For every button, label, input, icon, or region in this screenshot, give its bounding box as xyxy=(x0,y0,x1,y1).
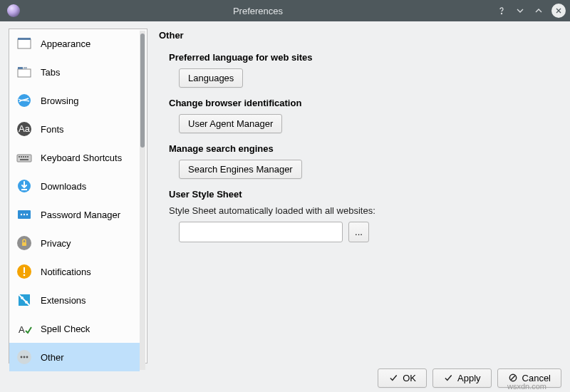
sidebar-item-label: Extensions xyxy=(41,295,86,306)
app-icon xyxy=(7,4,20,17)
sidebar-list: Appearance Tabs Browsing Aa Fonts Keyboa… xyxy=(9,29,140,371)
svg-point-30 xyxy=(21,296,24,299)
sidebar: Appearance Tabs Browsing Aa Fonts Keyboa… xyxy=(9,29,147,363)
minimize-button[interactable] xyxy=(513,4,527,18)
svg-rect-5 xyxy=(18,69,31,77)
globe-icon xyxy=(15,91,33,110)
svg-point-21 xyxy=(21,214,22,215)
svg-line-38 xyxy=(511,376,515,380)
svg-rect-15 xyxy=(25,156,26,158)
svg-point-23 xyxy=(26,214,28,215)
sidebar-item-label: Password Manager xyxy=(41,210,120,220)
ok-button[interactable]: OK xyxy=(378,368,427,388)
check-icon xyxy=(388,373,398,383)
search-engines-manager-button[interactable]: Search Engines Manager xyxy=(179,160,302,179)
stylesheet-subtext: Style Sheet automatically loaded with al… xyxy=(169,205,553,216)
svg-rect-14 xyxy=(23,156,24,158)
svg-point-28 xyxy=(24,274,26,277)
svg-rect-17 xyxy=(20,159,28,160)
page-title: Other xyxy=(159,30,553,41)
title-bar: Preferences xyxy=(0,0,570,21)
svg-point-31 xyxy=(25,301,28,304)
svg-rect-11 xyxy=(17,155,31,162)
sidebar-item-label: Appearance xyxy=(41,38,90,49)
svg-text:A: A xyxy=(19,324,25,335)
sidebar-item-label: Spell Check xyxy=(41,324,90,334)
notification-icon xyxy=(15,262,33,281)
sidebar-item-label: Notifications xyxy=(41,267,91,277)
sidebar-item-fonts[interactable]: Aa Fonts xyxy=(9,115,140,143)
download-icon xyxy=(15,177,33,195)
stylesheet-path-input[interactable] xyxy=(179,222,343,242)
scrollbar-thumb[interactable] xyxy=(140,33,145,148)
sidebar-scrollbar[interactable] xyxy=(140,31,145,370)
svg-point-35 xyxy=(24,356,26,359)
svg-rect-7 xyxy=(24,67,27,69)
sidebar-item-label: Other xyxy=(41,352,64,363)
svg-rect-4 xyxy=(18,38,31,40)
sidebar-item-spell-check[interactable]: A Spell Check xyxy=(9,314,140,343)
svg-rect-16 xyxy=(27,156,28,158)
sidebar-item-label: Tabs xyxy=(41,67,60,78)
user-agent-manager-button[interactable]: User Agent Manager xyxy=(179,114,282,133)
sidebar-item-label: Browsing xyxy=(41,96,78,106)
check-icon xyxy=(443,373,453,383)
close-button[interactable] xyxy=(551,4,566,18)
main-panel: Other Preferred language for web sites L… xyxy=(147,29,561,363)
window-title: Preferences xyxy=(26,6,490,16)
cancel-icon xyxy=(508,373,518,383)
svg-rect-3 xyxy=(18,39,31,48)
svg-point-34 xyxy=(21,356,23,359)
sidebar-item-privacy[interactable]: Privacy xyxy=(9,229,140,257)
sidebar-item-keyboard-shortcuts[interactable]: Keyboard Shortcuts xyxy=(9,143,140,172)
privacy-icon xyxy=(15,234,33,252)
sidebar-item-appearance[interactable]: Appearance xyxy=(9,29,140,58)
extensions-icon xyxy=(15,291,33,309)
sidebar-item-tabs[interactable]: Tabs xyxy=(9,58,140,86)
svg-point-36 xyxy=(26,356,28,359)
help-button[interactable] xyxy=(494,4,509,18)
svg-text:Aa: Aa xyxy=(19,123,31,134)
svg-rect-25 xyxy=(22,242,26,246)
fonts-icon: Aa xyxy=(15,120,33,138)
spellcheck-icon: A xyxy=(15,319,33,338)
svg-rect-12 xyxy=(19,156,20,158)
section-label-user-stylesheet: User Style Sheet xyxy=(169,189,553,200)
password-icon xyxy=(15,205,33,224)
svg-rect-27 xyxy=(24,267,25,273)
keyboard-icon xyxy=(15,148,33,167)
stylesheet-browse-button[interactable]: ... xyxy=(348,222,369,242)
sidebar-item-password-manager[interactable]: Password Manager xyxy=(9,200,140,229)
section-label-language: Preferred language for web sites xyxy=(169,52,553,63)
sidebar-item-label: Keyboard Shortcuts xyxy=(41,153,122,163)
svg-point-0 xyxy=(501,13,502,14)
sidebar-item-downloads[interactable]: Downloads xyxy=(9,172,140,200)
apply-label: Apply xyxy=(457,373,481,383)
ok-label: OK xyxy=(403,373,416,383)
tabs-icon xyxy=(15,63,33,81)
svg-rect-6 xyxy=(18,67,23,69)
maximize-button[interactable] xyxy=(532,4,546,18)
languages-button[interactable]: Languages xyxy=(179,68,243,88)
sidebar-item-other[interactable]: Other xyxy=(9,343,140,371)
svg-rect-13 xyxy=(21,156,22,158)
other-icon xyxy=(15,348,33,366)
section-label-search-engines: Manage search engines xyxy=(169,143,553,154)
sidebar-item-browsing[interactable]: Browsing xyxy=(9,86,140,115)
svg-point-22 xyxy=(24,214,25,215)
sidebar-item-notifications[interactable]: Notifications xyxy=(9,257,140,286)
sidebar-item-extensions[interactable]: Extensions xyxy=(9,286,140,314)
apply-button[interactable]: Apply xyxy=(432,368,492,388)
sidebar-item-label: Fonts xyxy=(41,124,64,135)
section-label-browser-id: Change browser identification xyxy=(169,98,553,108)
sidebar-item-label: Downloads xyxy=(41,181,86,192)
sidebar-item-label: Privacy xyxy=(41,238,71,249)
watermark: wsxdn.com xyxy=(507,382,546,391)
window-icon xyxy=(15,34,33,53)
